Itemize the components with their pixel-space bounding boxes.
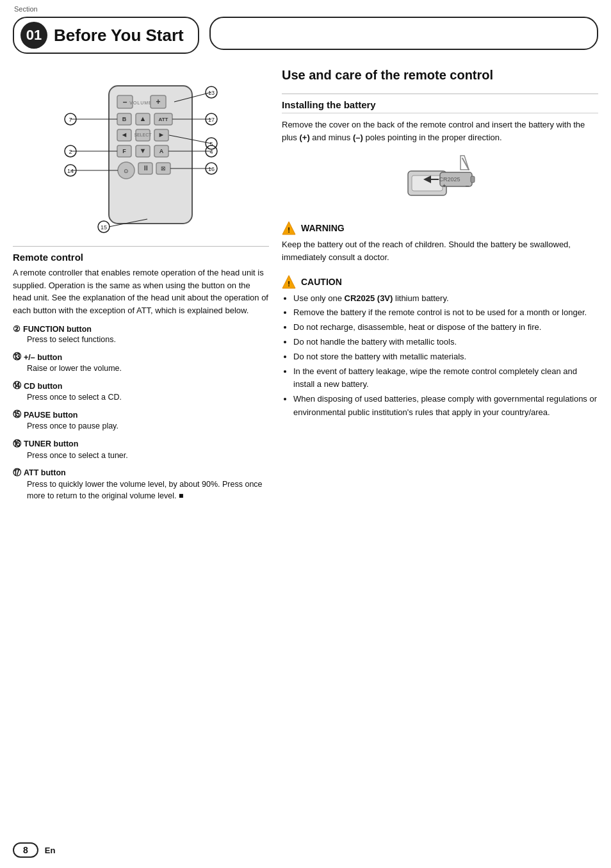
svg-text:7: 7 — [69, 117, 72, 123]
installing-text: Remove the cover on the back of the remo… — [282, 119, 598, 144]
right-column: Use and care of the remote control Insta… — [282, 60, 598, 508]
btn-desc-plus-minus: ⑬ +/– button Raise or lower the volume. — [13, 352, 269, 374]
remote-control-body: A remote controller that enables remote … — [13, 266, 269, 316]
header-left: 01 Before You Start — [13, 17, 199, 54]
use-care-title: Use and care of the remote control — [282, 67, 598, 83]
caution-label: CAUTION — [301, 277, 342, 287]
svg-line-54 — [109, 219, 147, 227]
btn-num-2: ② — [13, 324, 20, 334]
btn-text-tuner: Press once to select a tuner. — [13, 450, 269, 461]
caution-icon: ! — [282, 275, 296, 289]
page-language: En — [45, 846, 56, 855]
svg-rect-10 — [154, 113, 172, 125]
btn-num-15: ⑮ — [13, 409, 21, 420]
svg-rect-20 — [136, 145, 150, 157]
svg-text:+: + — [156, 97, 160, 106]
svg-text:F: F — [122, 148, 126, 154]
list-item: Remove the battery if the remote control… — [293, 306, 598, 320]
svg-rect-0 — [109, 86, 192, 224]
caution-block: ! CAUTION Use only one CR2025 (3V) lithi… — [282, 275, 598, 420]
svg-text:+: + — [443, 183, 446, 189]
svg-point-52 — [206, 163, 217, 174]
svg-text:►: ► — [158, 131, 165, 138]
header-right-box — [209, 17, 598, 50]
header: 01 Before You Start — [0, 0, 611, 54]
warning-header: ! WARNING — [282, 221, 598, 235]
svg-point-37 — [206, 113, 217, 125]
svg-point-31 — [206, 86, 217, 98]
caution-list: Use only one CR2025 (3V) lithium battery… — [282, 292, 598, 420]
footer: 8 En — [13, 842, 55, 858]
svg-text:ATT: ATT — [159, 117, 168, 122]
installing-title: Installing the battery — [282, 99, 598, 113]
svg-line-30 — [174, 92, 211, 102]
svg-rect-14 — [136, 129, 150, 141]
btn-title-function: ② FUNCTION button — [13, 324, 269, 334]
section-number: 01 — [20, 22, 47, 49]
list-item: Do not recharge, disassemble, heat or di… — [293, 321, 598, 334]
svg-rect-4 — [151, 95, 166, 108]
svg-rect-26 — [138, 163, 152, 174]
svg-rect-60 — [471, 176, 475, 183]
svg-rect-1 — [117, 95, 133, 108]
svg-rect-28 — [156, 163, 170, 174]
btn-title-pause: ⑮ PAUSE button — [13, 409, 269, 420]
list-item: In the event of battery leakage, wipe th… — [293, 365, 598, 392]
svg-text:!: ! — [288, 280, 290, 288]
svg-rect-12 — [117, 129, 131, 141]
btn-title-tuner: ⑯ TUNER button — [13, 439, 269, 450]
main-content: – VOLUME + B ▲ ATT ◄ SELECT ► — [0, 54, 611, 514]
warning-icon: ! — [282, 221, 296, 235]
svg-rect-22 — [154, 145, 168, 157]
btn-desc-function: ② FUNCTION button Press to select functi… — [13, 324, 269, 345]
svg-point-24 — [118, 162, 134, 179]
btn-num-16: ⑯ — [13, 439, 21, 450]
list-item: Do not handle the battery with metallic … — [293, 336, 598, 349]
svg-text:–: – — [123, 97, 127, 106]
btn-text-cd: Press once to select a CD. — [13, 391, 269, 403]
button-descriptions: ② FUNCTION button Press to select functi… — [13, 324, 269, 502]
btn-title-plus-minus: ⑬ +/– button — [13, 352, 269, 363]
svg-point-49 — [65, 165, 76, 176]
svg-text:4: 4 — [209, 149, 213, 155]
warning-text: Keep the battery out of the reach of chi… — [282, 238, 598, 264]
svg-text:15: 15 — [101, 224, 107, 231]
svg-text:17: 17 — [208, 117, 215, 123]
svg-rect-16 — [154, 129, 168, 141]
remote-diagram: – VOLUME + B ▲ ATT ◄ SELECT ► — [13, 73, 269, 240]
svg-rect-6 — [117, 113, 131, 125]
section-label: Section — [14, 5, 38, 13]
warning-block: ! WARNING Keep the battery out of the re… — [282, 221, 598, 264]
svg-text:A: A — [159, 148, 164, 154]
btn-desc-pause: ⑮ PAUSE button Press once to pause play. — [13, 409, 269, 432]
left-column: – VOLUME + B ▲ ATT ◄ SELECT ► — [13, 60, 269, 508]
svg-text:⊠: ⊠ — [161, 165, 166, 172]
svg-text:13: 13 — [208, 90, 215, 96]
svg-text:–: – — [466, 183, 469, 189]
svg-point-46 — [206, 145, 217, 157]
page-number: 8 — [13, 842, 38, 858]
list-item: Use only one CR2025 (3V) lithium battery… — [293, 292, 598, 306]
btn-title-att: ⑰ ATT button — [13, 468, 269, 479]
btn-desc-cd: ⑭ CD button Press once to select a CD. — [13, 381, 269, 403]
remote-control-section: Remote control A remote controller that … — [13, 252, 269, 316]
svg-rect-8 — [136, 113, 150, 125]
svg-text:16: 16 — [208, 166, 215, 172]
btn-title-cd: ⑭ CD button — [13, 381, 269, 391]
btn-num-13: ⑬ — [13, 352, 21, 363]
svg-rect-18 — [117, 145, 131, 157]
battery-illustration: CR2025 + – — [282, 152, 598, 209]
svg-text:!: ! — [288, 226, 290, 234]
svg-text:2: 2 — [69, 149, 72, 155]
btn-num-17: ⑰ — [13, 468, 21, 479]
btn-desc-tuner: ⑯ TUNER button Press once to select a tu… — [13, 439, 269, 461]
svg-text:SELECT: SELECT — [134, 133, 152, 137]
caution-header: ! CAUTION — [282, 275, 598, 289]
svg-text:14: 14 — [67, 168, 74, 174]
list-item: Do not store the battery with metallic m… — [293, 350, 598, 364]
svg-text:⊙: ⊙ — [124, 168, 129, 174]
svg-rect-58 — [412, 176, 443, 191]
svg-point-43 — [206, 138, 217, 149]
svg-text:⏸: ⏸ — [142, 164, 149, 172]
warning-label: WARNING — [301, 223, 345, 233]
